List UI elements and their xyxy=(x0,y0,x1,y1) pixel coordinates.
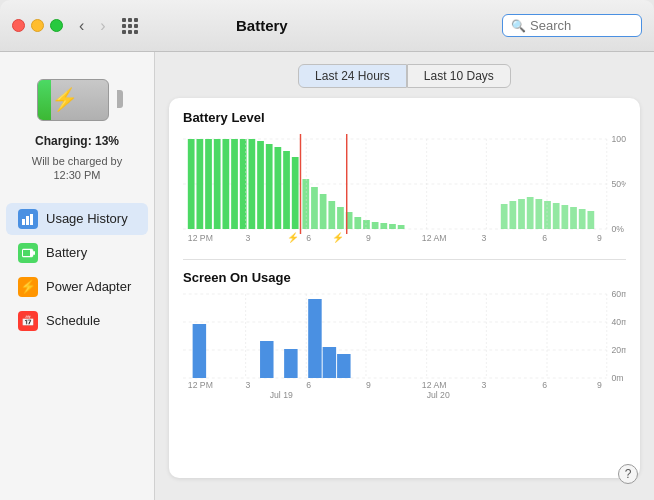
usage-history-icon xyxy=(18,209,38,229)
chart-divider xyxy=(183,259,626,260)
window-title: Battery xyxy=(150,17,374,34)
grid-icon[interactable] xyxy=(122,18,138,34)
svg-text:50%: 50% xyxy=(612,179,626,189)
svg-text:0%: 0% xyxy=(612,224,625,234)
svg-text:12 AM: 12 AM xyxy=(422,380,447,390)
tab-bar: Last 24 Hours Last 10 Days xyxy=(169,64,640,88)
svg-rect-14 xyxy=(205,139,212,229)
minimize-button[interactable] xyxy=(31,19,44,32)
svg-rect-23 xyxy=(283,151,290,229)
close-button[interactable] xyxy=(12,19,25,32)
battery-level-svg: 100% 50% 0% xyxy=(183,129,626,249)
sidebar-item-schedule[interactable]: 📅 Schedule xyxy=(6,305,148,337)
svg-text:3: 3 xyxy=(246,380,251,390)
svg-rect-30 xyxy=(337,207,344,229)
svg-rect-48 xyxy=(561,205,568,229)
svg-rect-0 xyxy=(22,219,25,225)
svg-rect-2 xyxy=(30,214,33,225)
search-icon: 🔍 xyxy=(511,19,526,33)
sidebar-item-usage[interactable]: Usage History xyxy=(6,203,148,235)
svg-rect-17 xyxy=(231,139,238,229)
svg-rect-13 xyxy=(196,139,203,229)
svg-rect-32 xyxy=(354,217,361,229)
svg-text:⚡: ⚡ xyxy=(287,231,300,244)
svg-text:9: 9 xyxy=(366,380,371,390)
power-adapter-icon: ⚡ xyxy=(18,277,38,297)
sidebar-item-usage-label: Usage History xyxy=(46,211,128,226)
svg-text:20m: 20m xyxy=(612,345,626,355)
charging-subtext: Will be charged by12:30 PM xyxy=(32,154,123,183)
svg-text:Jul 19: Jul 19 xyxy=(270,390,293,399)
search-input[interactable] xyxy=(530,18,633,33)
svg-rect-41 xyxy=(501,204,508,229)
svg-text:6: 6 xyxy=(542,380,547,390)
svg-rect-4 xyxy=(23,250,30,256)
svg-rect-19 xyxy=(248,139,255,229)
svg-rect-28 xyxy=(320,194,327,229)
svg-rect-76 xyxy=(260,341,273,378)
screen-usage-chart: Screen On Usage 60m 40m 20m 0m xyxy=(183,270,626,399)
sidebar-item-power-label: Power Adapter xyxy=(46,279,131,294)
help-button[interactable]: ? xyxy=(618,464,638,484)
svg-rect-47 xyxy=(553,203,560,229)
svg-rect-24 xyxy=(292,157,299,229)
svg-text:40m: 40m xyxy=(612,317,626,327)
svg-text:12 PM: 12 PM xyxy=(188,233,213,243)
svg-text:3: 3 xyxy=(482,233,487,243)
svg-rect-77 xyxy=(284,349,297,378)
traffic-lights xyxy=(12,19,63,32)
svg-rect-20 xyxy=(257,141,264,229)
svg-rect-43 xyxy=(518,199,525,229)
svg-text:9: 9 xyxy=(597,380,602,390)
battery-nav-icon xyxy=(18,243,38,263)
svg-text:12 AM: 12 AM xyxy=(422,233,447,243)
svg-text:60m: 60m xyxy=(612,289,626,299)
forward-button[interactable]: › xyxy=(96,15,109,37)
svg-rect-44 xyxy=(527,197,534,229)
battery-terminal xyxy=(117,90,123,108)
svg-rect-36 xyxy=(389,224,396,229)
svg-text:3: 3 xyxy=(482,380,487,390)
svg-rect-21 xyxy=(266,144,273,229)
sidebar-nav: Usage History Battery ⚡ Power Adapter xyxy=(0,199,154,341)
title-bar: ‹ › Battery 🔍 xyxy=(0,0,654,52)
tab-10d[interactable]: Last 10 Days xyxy=(407,64,511,88)
svg-text:9: 9 xyxy=(366,233,371,243)
svg-rect-78 xyxy=(308,299,321,378)
schedule-icon: 📅 xyxy=(18,311,38,331)
svg-rect-75 xyxy=(193,324,206,378)
battery-level-chart-wrap: 100% 50% 0% xyxy=(183,129,626,249)
svg-rect-16 xyxy=(222,139,229,229)
svg-rect-12 xyxy=(188,139,195,229)
sidebar-item-power[interactable]: ⚡ Power Adapter xyxy=(6,271,148,303)
svg-text:6: 6 xyxy=(306,233,311,243)
svg-rect-46 xyxy=(544,201,551,229)
svg-rect-35 xyxy=(380,223,387,229)
svg-rect-1 xyxy=(26,216,29,225)
tab-24h[interactable]: Last 24 Hours xyxy=(298,64,407,88)
battery-level-title: Battery Level xyxy=(183,110,626,125)
svg-rect-51 xyxy=(587,211,594,229)
svg-rect-37 xyxy=(398,225,405,229)
svg-rect-5 xyxy=(33,251,35,255)
chart-card: Battery Level 100% 50% 0% xyxy=(169,98,640,478)
svg-text:3: 3 xyxy=(246,233,251,243)
back-button[interactable]: ‹ xyxy=(75,15,88,37)
svg-rect-42 xyxy=(509,201,516,229)
screen-usage-chart-wrap: 60m 40m 20m 0m xyxy=(183,289,626,399)
screen-usage-title: Screen On Usage xyxy=(183,270,626,285)
svg-rect-15 xyxy=(214,139,221,229)
battery-icon: ⚡ xyxy=(37,74,117,124)
battery-fill xyxy=(38,80,51,120)
svg-rect-50 xyxy=(579,209,586,229)
svg-text:9: 9 xyxy=(597,233,602,243)
sidebar-item-battery-label: Battery xyxy=(46,245,87,260)
battery-status: ⚡ Charging: 13% Will be charged by12:30 … xyxy=(0,64,154,199)
svg-rect-79 xyxy=(323,347,336,378)
search-box[interactable]: 🔍 xyxy=(502,14,642,37)
svg-rect-34 xyxy=(372,222,379,229)
maximize-button[interactable] xyxy=(50,19,63,32)
main-panel: Last 24 Hours Last 10 Days Battery Level… xyxy=(155,52,654,500)
sidebar-item-battery[interactable]: Battery xyxy=(6,237,148,269)
svg-rect-49 xyxy=(570,207,577,229)
